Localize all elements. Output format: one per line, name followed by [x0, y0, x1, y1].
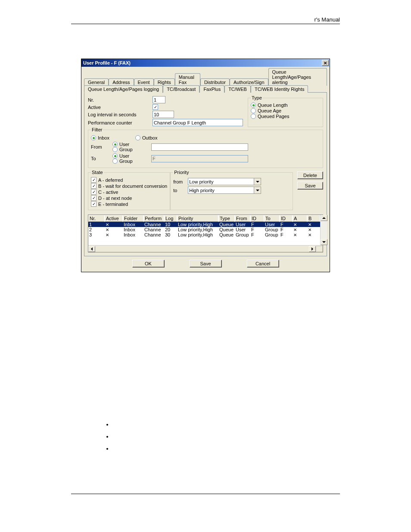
filter-label-outbox: Outbox — [142, 135, 157, 140]
to-label-group: Group — [119, 159, 133, 164]
tab-faxplus[interactable]: FaxPlus — [199, 85, 224, 93]
tab-body: Nr. Active ✓ Log interval in seconds — [84, 92, 327, 256]
from-label-user: User — [119, 142, 129, 147]
col-priority[interactable]: Priority — [177, 215, 218, 222]
priority-from-value[interactable] — [188, 178, 254, 185]
titlebar: User Profile - F (FAX) ✕ — [81, 59, 330, 67]
page-header: r's Manual — [71, 16, 340, 24]
tab-tcweb[interactable]: TC/WEB — [224, 85, 251, 93]
priority-group: Priority from to — [170, 170, 293, 210]
col-from[interactable]: From — [235, 215, 250, 222]
ok-button[interactable]: OK — [132, 260, 165, 268]
filter-from-input[interactable] — [151, 143, 248, 151]
page-footer-rule — [71, 494, 340, 494]
save-button[interactable]: Save — [190, 260, 222, 268]
type-radio-age[interactable] — [251, 108, 256, 113]
scroll-up-button[interactable] — [321, 215, 327, 221]
perf-counter-label: Performance counter — [88, 120, 153, 125]
tab-tcweb-identity[interactable]: TC/WEB Identity Rights — [251, 85, 308, 93]
filter-to-label: To — [91, 156, 112, 161]
logging-grid[interactable]: Nr. Active Folder Perform Log Priority T… — [88, 215, 323, 252]
type-radio-pages[interactable] — [251, 114, 256, 119]
scroll-down-button[interactable] — [321, 239, 327, 245]
tab-authorize-sign[interactable]: Authorize/Sign — [230, 78, 268, 86]
tab-queue-alerting[interactable]: Queue Length/Age/Pages alerting — [268, 68, 327, 86]
tab-tc-broadcast[interactable]: TC/Broadcast — [163, 85, 199, 93]
state-label-d: D - at next node — [98, 196, 132, 201]
col-active[interactable]: Active — [105, 215, 123, 222]
col-log[interactable]: Log — [164, 215, 177, 222]
to-radio-group[interactable] — [112, 159, 118, 164]
col-id1[interactable]: ID — [250, 215, 264, 222]
tab-manual-fax[interactable]: Manual Fax — [175, 73, 200, 86]
tab-distributor[interactable]: Distributor — [200, 78, 230, 86]
tab-queue-logging[interactable]: Queue Length/Age/Pages logging — [84, 85, 163, 93]
priority-to-value[interactable] — [188, 187, 254, 194]
scroll-corner — [316, 246, 323, 252]
close-button[interactable]: ✕ — [322, 60, 329, 66]
col-b[interactable]: B — [307, 215, 320, 222]
filter-legend: Filter — [91, 127, 103, 132]
state-check-e[interactable]: ✓ — [91, 201, 97, 207]
filter-group: Filter Inbox Outbox From User Group — [88, 127, 323, 168]
active-checkbox[interactable]: ✓ — [153, 104, 158, 110]
col-folder[interactable]: Folder — [123, 215, 143, 222]
window-title: User Profile - F (FAX) — [82, 60, 131, 65]
table-row[interactable]: 1InboxChanne10Low priority,HighQueueUser… — [88, 222, 320, 227]
log-interval-input[interactable] — [153, 111, 174, 118]
tab-rights[interactable]: Rights — [154, 78, 175, 86]
state-check-a[interactable]: ✓ — [91, 177, 97, 183]
state-legend: State — [91, 170, 104, 175]
priority-from-dropdown[interactable] — [188, 178, 261, 185]
page-bullets — [96, 419, 411, 455]
tab-event[interactable]: Event — [134, 78, 154, 86]
scroll-track-v[interactable] — [321, 221, 327, 239]
state-check-c[interactable]: ✓ — [91, 189, 97, 195]
col-nr[interactable]: Nr. — [88, 215, 105, 222]
cancel-button[interactable]: Cancel — [247, 260, 279, 268]
state-check-d[interactable]: ✓ — [91, 195, 97, 201]
to-label-user: User — [119, 153, 129, 159]
state-label-e: E - terminated — [98, 202, 128, 207]
state-group: State ✓A - deferred ✓B - wait for docume… — [88, 170, 170, 210]
from-radio-group[interactable] — [112, 147, 118, 152]
table-row[interactable]: 2InboxChanne20Low priority,HighQueueUser… — [88, 227, 320, 232]
type-label-length: Queue Length — [258, 103, 288, 108]
col-id2[interactable]: ID — [280, 215, 293, 222]
state-label-a: A - deferred — [98, 177, 123, 183]
save-entry-button[interactable]: Save — [297, 182, 323, 190]
state-label-b: B - wait for document conversion — [98, 184, 167, 189]
col-type[interactable]: Type — [218, 215, 235, 222]
type-label-pages: Queued Pages — [258, 114, 289, 119]
tabs: General Address Event Rights Manual Fax … — [81, 67, 330, 256]
from-radio-user[interactable] — [112, 142, 118, 147]
chevron-down-icon[interactable] — [254, 178, 261, 185]
filter-to-input[interactable] — [151, 155, 248, 162]
scroll-right-button[interactable] — [309, 246, 316, 252]
state-check-b[interactable]: ✓ — [91, 183, 97, 189]
active-label: Active — [88, 105, 153, 110]
table-row[interactable]: 3InboxChanne30Low priority,HighQueueGrou… — [88, 232, 320, 237]
col-a[interactable]: A — [293, 215, 307, 222]
chevron-down-icon[interactable] — [254, 187, 261, 194]
nr-input[interactable] — [153, 96, 165, 103]
from-label-group: Group — [119, 147, 133, 152]
state-label-c: C - active — [98, 190, 118, 195]
to-radio-user[interactable] — [112, 153, 118, 159]
priority-to-dropdown[interactable] — [188, 187, 261, 194]
perf-counter-input[interactable] — [153, 119, 243, 126]
filter-radio-inbox[interactable] — [91, 135, 96, 140]
priority-from-label: from — [173, 179, 188, 184]
type-legend: Type — [251, 95, 263, 100]
tab-general[interactable]: General — [84, 78, 109, 86]
col-perform[interactable]: Perform — [143, 215, 164, 222]
type-radio-length[interactable] — [251, 103, 256, 108]
scroll-left-button[interactable] — [88, 246, 95, 252]
tab-address[interactable]: Address — [109, 78, 134, 86]
delete-button[interactable]: Delete — [297, 171, 323, 179]
priority-to-label: to — [173, 188, 188, 193]
col-to[interactable]: To — [264, 215, 280, 222]
filter-radio-outbox[interactable] — [135, 135, 140, 140]
type-group: Type Queue Length Queue Age Queued Pages — [248, 95, 323, 127]
filter-from-label: From — [91, 144, 112, 149]
